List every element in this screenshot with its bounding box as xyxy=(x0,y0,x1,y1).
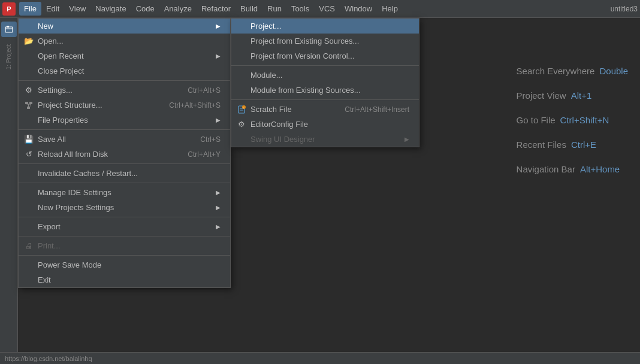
statusbar: https://blog.csdn.net/balalinhq xyxy=(0,352,640,364)
menu-window[interactable]: Window xyxy=(340,2,377,16)
sidebar-icon-project[interactable] xyxy=(1,22,17,37)
separator-2 xyxy=(19,129,230,130)
sidebar: 1: Project xyxy=(0,18,18,364)
separator-7 xyxy=(19,255,230,256)
shortcut-goto-file: Go to File Ctrl+Shift+N xyxy=(517,115,628,125)
menu-tools[interactable]: Tools xyxy=(286,2,314,16)
shortcut-search: Search Everywhere Double xyxy=(517,66,628,76)
separator-4 xyxy=(19,183,230,183)
svg-rect-3 xyxy=(29,102,32,104)
menu-item-module-from-existing[interactable]: Module from Existing Sources... xyxy=(231,83,419,98)
app-logo: P xyxy=(2,2,16,16)
svg-text:!: ! xyxy=(243,106,244,109)
shortcuts-panel: Search Everywhere Double Project View Al… xyxy=(517,66,628,174)
arrow-icon: ▶ xyxy=(216,53,221,59)
menu-help[interactable]: Help xyxy=(377,2,403,16)
menu-item-open[interactable]: 📂 Open... xyxy=(19,34,230,48)
new-submenu-dropdown: Project... Project from Existing Sources… xyxy=(231,18,419,147)
menu-item-close-project[interactable]: Close Project xyxy=(19,63,230,78)
menu-item-project-from-existing[interactable]: Project from Existing Sources... xyxy=(231,34,419,48)
menu-item-open-recent[interactable]: Open Recent ▶ xyxy=(19,48,230,63)
menu-item-scratch-file[interactable]: ! Scratch File Ctrl+Alt+Shift+Insert xyxy=(231,102,419,117)
gear-icon: ⚙ xyxy=(23,85,34,96)
svg-rect-1 xyxy=(7,26,9,28)
arrow-icon: ▶ xyxy=(216,223,221,230)
menu-refactor[interactable]: Refactor xyxy=(197,2,236,16)
menu-item-manage-ide[interactable]: Manage IDE Settings ▶ xyxy=(19,185,230,200)
menu-build[interactable]: Build xyxy=(236,2,262,16)
menu-file[interactable]: File xyxy=(19,2,41,16)
arrow-icon: ▶ xyxy=(404,136,409,142)
shortcut-recent: Recent Files Ctrl+E xyxy=(517,139,628,150)
menu-item-settings[interactable]: ⚙ Settings... Ctrl+Alt+S xyxy=(19,83,230,98)
menu-item-power-save[interactable]: Power Save Mode xyxy=(19,257,230,272)
menu-item-new-projects-settings[interactable]: New Projects Settings ▶ xyxy=(19,200,230,215)
file-menu-dropdown: New ▶ 📂 Open... Open Recent ▶ Close Proj… xyxy=(18,18,231,288)
menu-item-module[interactable]: Module... xyxy=(231,68,419,83)
shortcut-navbar: Navigation Bar Alt+Home xyxy=(517,164,628,174)
menubar: P File Edit View Navigate Code Analyze R… xyxy=(0,0,640,18)
svg-rect-4 xyxy=(27,107,30,109)
arrow-icon: ▶ xyxy=(216,204,221,211)
separator-3 xyxy=(19,163,230,164)
menu-item-swing-designer[interactable]: Swing UI Designer ▶ xyxy=(231,132,419,147)
svg-rect-0 xyxy=(5,27,13,32)
svg-rect-2 xyxy=(25,102,28,104)
menu-run[interactable]: Run xyxy=(262,2,286,16)
menu-item-export[interactable]: Export ▶ xyxy=(19,219,230,234)
shortcut-project: Project View Alt+1 xyxy=(517,90,628,101)
menu-view[interactable]: View xyxy=(64,2,90,16)
menu-item-reload[interactable]: ↺ Reload All from Disk Ctrl+Alt+Y xyxy=(19,147,230,162)
arrow-icon: ▶ xyxy=(216,117,221,123)
reload-icon: ↺ xyxy=(23,149,34,160)
separator-new-1 xyxy=(231,65,419,66)
config-icon: ⚙ xyxy=(236,119,247,130)
menu-item-save-all[interactable]: 💾 Save All Ctrl+S xyxy=(19,132,230,147)
print-icon: 🖨 xyxy=(23,241,34,251)
menu-item-new-project[interactable]: Project... xyxy=(231,19,419,34)
separator-new-2 xyxy=(231,99,419,100)
menu-vcs[interactable]: VCS xyxy=(314,2,340,16)
menu-item-exit[interactable]: Exit xyxy=(19,272,230,287)
statusbar-url: https://blog.csdn.net/balalinhq xyxy=(5,355,92,362)
separator-6 xyxy=(19,236,230,236)
menu-analyze[interactable]: Analyze xyxy=(159,2,197,16)
folder-icon: 📂 xyxy=(23,36,34,47)
menu-navigate[interactable]: Navigate xyxy=(90,2,131,16)
menu-item-file-properties[interactable]: File Properties ▶ xyxy=(19,113,230,128)
menu-code[interactable]: Code xyxy=(131,2,159,16)
menu-item-invalidate-caches[interactable]: Invalidate Caches / Restart... xyxy=(19,166,230,181)
separator-5 xyxy=(19,217,230,217)
arrow-icon: ▶ xyxy=(216,189,221,196)
separator-1 xyxy=(19,80,230,81)
menu-item-editorconfig[interactable]: ⚙ EditorConfig File xyxy=(231,117,419,132)
menu-item-project-from-vcs[interactable]: Project from Version Control... xyxy=(231,48,419,63)
save-icon: 💾 xyxy=(23,134,34,145)
sidebar-label: 1: Project xyxy=(5,44,12,69)
structure-icon xyxy=(23,100,34,111)
menu-item-project-structure[interactable]: Project Structure... Ctrl+Alt+Shift+S xyxy=(19,98,230,113)
app-title: untitled3 xyxy=(611,5,638,13)
menu-edit[interactable]: Edit xyxy=(41,2,64,16)
menu-item-new[interactable]: New ▶ xyxy=(19,19,230,34)
scratch-icon: ! xyxy=(236,104,247,115)
menu-item-print[interactable]: 🖨 Print... xyxy=(19,238,230,253)
arrow-icon: ▶ xyxy=(216,23,221,29)
